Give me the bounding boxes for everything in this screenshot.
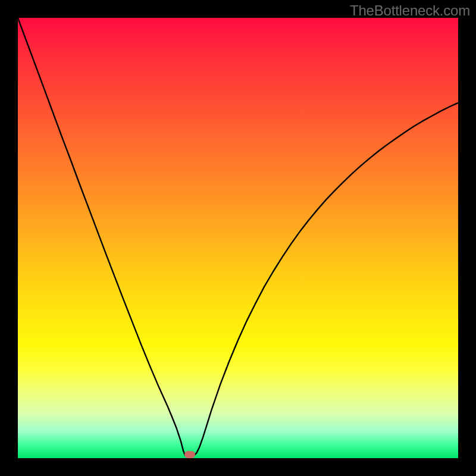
optimum-marker bbox=[184, 451, 195, 458]
chart-frame: TheBottleneck.com bbox=[0, 0, 476, 476]
plot-area bbox=[18, 18, 458, 458]
watermark-text: TheBottleneck.com bbox=[350, 2, 470, 19]
curve-svg bbox=[18, 18, 458, 458]
bottleneck-curve bbox=[18, 18, 458, 456]
